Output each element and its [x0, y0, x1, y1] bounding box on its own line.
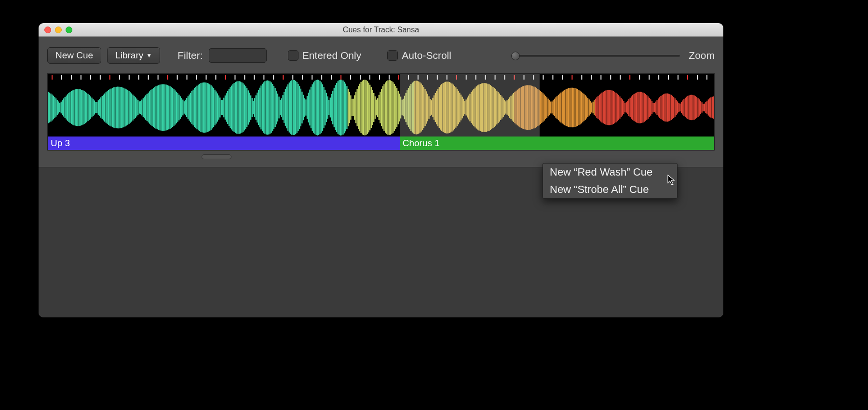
svg-rect-429 [597, 96, 598, 119]
svg-rect-286 [414, 81, 415, 134]
svg-rect-276 [402, 100, 403, 116]
svg-rect-511 [703, 104, 704, 111]
svg-rect-298 [430, 99, 431, 116]
cue-chorus1[interactable]: Chorus 1 [400, 137, 714, 150]
svg-rect-585 [678, 75, 678, 80]
svg-rect-388 [545, 96, 546, 119]
svg-rect-71 [139, 101, 140, 113]
svg-rect-407 [570, 88, 570, 127]
svg-rect-33 [90, 96, 91, 119]
svg-rect-269 [393, 82, 393, 133]
entered-only-checkbox[interactable] [288, 50, 298, 61]
close-icon[interactable] [44, 27, 51, 33]
svg-rect-517 [710, 97, 711, 118]
cue-up3-label: Up 3 [51, 138, 70, 149]
svg-rect-483 [667, 94, 668, 122]
svg-rect-233 [346, 86, 347, 129]
svg-rect-265 [387, 81, 388, 135]
svg-rect-504 [693, 96, 694, 120]
svg-rect-89 [162, 84, 163, 131]
svg-rect-207 [313, 82, 314, 133]
svg-rect-216 [325, 90, 326, 125]
svg-rect-155 [246, 88, 247, 127]
svg-rect-221 [331, 94, 332, 121]
svg-rect-476 [658, 98, 659, 116]
svg-rect-327 [467, 97, 468, 117]
filter-input[interactable] [209, 48, 267, 63]
waveform-scrollbar[interactable] [47, 153, 715, 160]
svg-rect-239 [354, 95, 355, 120]
auto-scroll-checkbox[interactable] [387, 50, 398, 61]
svg-rect-560 [437, 75, 438, 80]
svg-rect-186 [286, 87, 287, 129]
svg-rect-109 [188, 96, 189, 119]
svg-rect-587 [697, 75, 698, 80]
svg-rect-321 [459, 93, 460, 122]
svg-rect-94 [168, 85, 169, 129]
scroll-thumb[interactable] [202, 154, 231, 159]
zoom-slider[interactable] [511, 51, 680, 60]
cue-up3[interactable]: Up 3 [48, 137, 400, 150]
titlebar[interactable]: Cues for Track: Sansa [39, 23, 723, 37]
svg-rect-394 [553, 100, 554, 115]
svg-rect-296 [427, 94, 428, 121]
svg-rect-47 [108, 90, 109, 125]
svg-rect-153 [244, 84, 245, 130]
svg-rect-200 [304, 98, 305, 117]
svg-rect-283 [410, 84, 411, 131]
slider-thumb[interactable] [511, 52, 520, 60]
svg-rect-271 [395, 86, 396, 129]
svg-rect-88 [161, 84, 162, 131]
menu-new-red-wash-cue[interactable]: New “Red Wash” Cue [543, 164, 677, 181]
svg-rect-42 [102, 96, 103, 119]
svg-rect-133 [218, 96, 219, 120]
svg-rect-82 [153, 88, 154, 127]
svg-rect-41 [100, 97, 101, 118]
svg-rect-119 [200, 83, 201, 132]
zoom-window-icon[interactable] [66, 27, 72, 33]
svg-rect-363 [513, 93, 514, 122]
svg-rect-374 [527, 85, 528, 130]
svg-rect-189 [290, 81, 291, 134]
svg-rect-493 [679, 104, 680, 111]
library-dropdown[interactable]: Library ▼ [107, 47, 160, 64]
svg-rect-322 [461, 95, 461, 120]
svg-rect-291 [420, 83, 421, 131]
svg-rect-362 [512, 95, 513, 121]
svg-rect-52 [114, 87, 115, 128]
svg-rect-557 [408, 75, 409, 80]
svg-rect-16 [68, 93, 69, 122]
svg-rect-420 [586, 96, 587, 119]
menu-new-strobe-all-cue[interactable]: New “Strobe All” Cue [543, 181, 677, 198]
minimize-icon[interactable] [55, 27, 62, 33]
svg-rect-27 [82, 90, 83, 124]
svg-rect-480 [663, 94, 664, 121]
svg-rect-112 [191, 91, 192, 124]
svg-rect-34 [91, 97, 92, 117]
svg-rect-440 [611, 91, 612, 125]
svg-rect-234 [348, 89, 349, 126]
svg-rect-118 [199, 84, 200, 131]
svg-rect-412 [576, 89, 577, 127]
svg-rect-117 [198, 85, 199, 131]
svg-rect-32 [89, 95, 90, 120]
svg-rect-176 [273, 86, 274, 129]
svg-rect-101 [177, 93, 178, 122]
svg-rect-389 [546, 97, 547, 118]
svg-rect-580 [629, 75, 630, 80]
svg-rect-104 [181, 98, 182, 117]
new-cue-button[interactable]: New Cue [47, 47, 101, 64]
waveform-view[interactable]: Up 3 Chorus 1 [47, 73, 715, 150]
svg-rect-163 [257, 93, 258, 123]
svg-rect-284 [412, 82, 413, 132]
svg-rect-193 [295, 81, 296, 134]
svg-rect-300 [432, 98, 433, 117]
svg-rect-542 [263, 75, 264, 80]
svg-rect-419 [585, 95, 586, 120]
svg-rect-434 [604, 91, 605, 124]
svg-rect-496 [683, 99, 684, 116]
svg-rect-513 [705, 102, 706, 113]
svg-rect-3 [52, 95, 53, 121]
svg-rect-311 [446, 82, 447, 134]
svg-rect-481 [664, 94, 665, 121]
